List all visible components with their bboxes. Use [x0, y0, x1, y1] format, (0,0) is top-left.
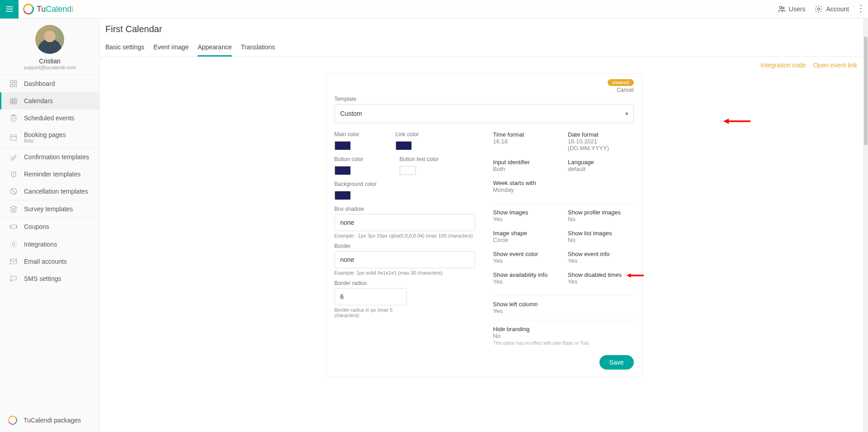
radius-input[interactable]	[335, 288, 407, 305]
layers-icon	[9, 205, 18, 213]
sidebar-item-label: SMS settings	[24, 275, 61, 282]
svg-line-27	[12, 190, 16, 194]
avatar[interactable]	[35, 25, 64, 54]
week-starts-field[interactable]: Week starts with Monday	[493, 180, 559, 193]
svg-marker-36	[627, 273, 631, 278]
sidebar-item-booking[interactable]: Booking pages Beta	[0, 127, 99, 148]
svg-rect-11	[10, 85, 13, 87]
dashboard-icon	[9, 80, 18, 88]
show-disabled-times-field[interactable]: Show disabled times Yes	[568, 271, 634, 285]
button-text-color-swatch[interactable]	[400, 166, 416, 175]
sidebar-item-label: Cancellation templates	[24, 188, 88, 195]
sidebar-item-label: Reminder templates	[24, 171, 80, 178]
sidebar-item-coupons[interactable]: Coupons	[0, 218, 99, 235]
sidebar-item-packages[interactable]: TuCalendi packages	[0, 408, 99, 432]
svg-point-3	[779, 6, 782, 9]
chat-icon	[9, 275, 18, 283]
border-hint: Example: 1px solid #e1e1e1 (max 30 chara…	[335, 270, 475, 275]
users-link[interactable]: Users	[773, 5, 810, 14]
brand-text: TuCalendi	[37, 5, 73, 14]
gear-icon	[814, 5, 823, 14]
link-color-swatch[interactable]	[396, 141, 412, 150]
button-color-label: Button color	[335, 156, 363, 162]
svg-point-5	[818, 8, 820, 10]
sidebar-item-reminder[interactable]: Reminder templates	[0, 166, 99, 183]
cancel-icon	[9, 187, 18, 195]
sidebar-item-email[interactable]: Email accounts	[0, 253, 99, 270]
scrollbar-track[interactable]	[863, 19, 868, 432]
profile-name: Cristian	[5, 57, 95, 65]
ticket-icon	[9, 223, 18, 231]
button-text-color-label: Button text color	[400, 156, 439, 162]
hamburger-button[interactable]	[0, 0, 19, 19]
tab-translations[interactable]: Translations	[241, 41, 275, 57]
date-format-field[interactable]: Date format 16.10.2021 (DD.MM.YYYY)	[568, 131, 634, 152]
time-format-field[interactable]: Time format 16:18	[493, 131, 559, 152]
sidebar-item-survey[interactable]: Survey templates	[0, 200, 99, 218]
svg-rect-23	[11, 135, 16, 140]
show-availability-field[interactable]: Show availability info Yes	[493, 271, 559, 285]
logo-icon	[7, 414, 19, 426]
sidebar-item-cancellation[interactable]: Cancellation templates	[0, 183, 99, 200]
sidebar-item-label: Dashboard	[24, 80, 55, 87]
show-left-column-field[interactable]: Show left column Yes	[493, 301, 634, 314]
open-event-link[interactable]: Open event link	[813, 62, 857, 69]
clipboard-icon	[9, 114, 18, 122]
tab-appearance[interactable]: Appearance	[198, 41, 232, 57]
sidebar-item-label: Confirmation templates	[24, 153, 89, 161]
radius-hint: Border radius in px (max 5 characters)	[335, 307, 407, 318]
svg-point-6	[860, 5, 862, 6]
account-label: Account	[826, 5, 849, 13]
sidebar-item-integrations[interactable]: Integrations	[0, 236, 99, 253]
tab-event-image[interactable]: Event image	[153, 41, 189, 57]
integration-code-link[interactable]: Integration code	[760, 62, 806, 69]
sidebar-item-label: Survey templates	[24, 205, 73, 213]
cancel-link[interactable]: Cancel	[617, 87, 633, 93]
image-shape-field[interactable]: Image shape Circle	[493, 230, 559, 243]
sidebar-item-sms[interactable]: SMS settings	[0, 270, 99, 287]
box-shadow-input[interactable]	[335, 214, 475, 231]
hide-branding-field[interactable]: Hide branding No This option has no effe…	[493, 326, 634, 346]
button-color-swatch[interactable]	[335, 166, 351, 175]
divider	[493, 295, 634, 295]
users-icon	[777, 5, 786, 14]
sidebar-item-dashboard[interactable]: Dashboard	[0, 75, 99, 92]
sidebar-item-calendars[interactable]: Calendars	[0, 92, 99, 109]
main-color-label: Main color	[335, 131, 359, 138]
brand-logo[interactable]: TuCalendi	[19, 4, 73, 14]
beta-badge: Beta	[24, 138, 66, 143]
bg-color-swatch[interactable]	[335, 191, 351, 200]
svg-point-4	[782, 7, 784, 9]
tab-basic-settings[interactable]: Basic settings	[105, 41, 144, 57]
border-input[interactable]	[335, 251, 475, 268]
svg-point-7	[860, 8, 862, 9]
sidebar-item-scheduled[interactable]: Scheduled events	[0, 109, 99, 127]
scrollbar-thumb[interactable]	[864, 37, 868, 145]
account-link[interactable]: Account	[810, 5, 854, 14]
hide-branding-note: This option has no effect with plan Basi…	[493, 340, 634, 346]
svg-rect-32	[10, 259, 17, 264]
svg-marker-34	[723, 119, 729, 124]
kebab-menu[interactable]	[854, 5, 868, 14]
sidebar-item-confirmation[interactable]: Confirmation templates	[0, 148, 99, 166]
template-select[interactable]: Custom	[335, 104, 634, 123]
annotation-arrow-icon	[627, 271, 645, 280]
svg-rect-10	[14, 81, 17, 83]
mail-icon	[9, 257, 18, 266]
link-color-label: Link color	[396, 131, 419, 138]
main-color-swatch[interactable]	[335, 141, 351, 150]
users-label: Users	[789, 5, 806, 13]
show-list-images-field[interactable]: Show list images No	[568, 230, 634, 243]
svg-point-8	[860, 11, 862, 12]
input-identifier-field[interactable]: Input identifier Both	[493, 159, 559, 172]
show-images-field[interactable]: Show images Yes	[493, 209, 559, 223]
show-profile-images-field[interactable]: Show profile images No	[568, 209, 634, 223]
language-field[interactable]: Language default	[568, 159, 634, 172]
border-label: Border	[335, 243, 475, 249]
save-button[interactable]: Save	[599, 355, 634, 370]
bg-color-label: Background color	[335, 181, 377, 187]
show-event-color-field[interactable]: Show event color Yes	[493, 251, 559, 264]
box-shadow-hint: Example: -1px 3px 15px rgba(0,0,0,0.04) …	[335, 233, 475, 238]
box-shadow-label: Box shadow	[335, 206, 475, 212]
show-event-info-field[interactable]: Show event info Yes	[568, 251, 634, 264]
